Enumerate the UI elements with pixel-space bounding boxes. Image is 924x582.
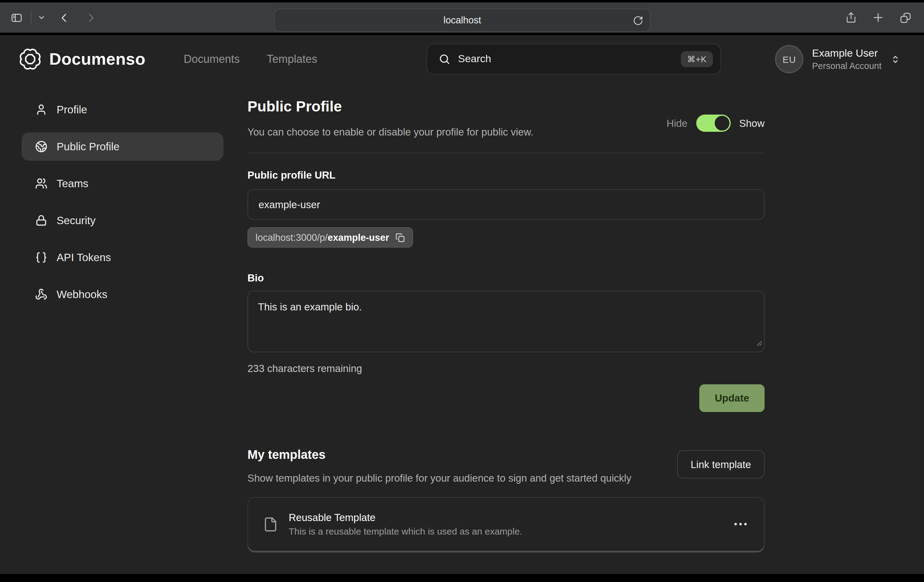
template-actions-menu[interactable]	[734, 523, 747, 525]
users-icon	[35, 177, 48, 190]
settings-content: Public Profile You can choose to enable …	[248, 83, 764, 551]
avatar: EU	[775, 45, 804, 73]
toolbar-separator	[31, 11, 31, 24]
profile-visibility-toggle-row: Hide Show	[667, 107, 764, 139]
new-tab-icon[interactable]	[872, 12, 884, 23]
sidebar-item-public-profile[interactable]: Public Profile	[21, 132, 223, 161]
browser-toolbar: localhost	[0, 2, 924, 33]
profile-visibility-toggle[interactable]	[696, 114, 730, 132]
nav-templates[interactable]: Templates	[267, 53, 317, 66]
screen-bottom-edge	[0, 574, 924, 582]
sidebar-item-label: Webhooks	[57, 288, 107, 301]
sidebar-item-label: Public Profile	[57, 140, 119, 153]
sidebar-item-webhooks[interactable]: Webhooks	[21, 280, 223, 309]
app-header: Documenso Documents Templates Search ⌘+K…	[0, 35, 924, 83]
template-title: Reusable Template	[289, 512, 734, 524]
profile-url-prefix: localhost:3000/p/	[256, 232, 327, 243]
webhook-icon	[35, 288, 48, 301]
characters-remaining: 233 characters remaining	[248, 361, 764, 376]
sidebar-item-label: Teams	[57, 177, 88, 190]
sidebar-item-label: API Tokens	[57, 251, 111, 264]
chevron-down-icon[interactable]	[38, 13, 46, 21]
back-icon[interactable]	[59, 12, 69, 24]
browser-chrome: localhost	[0, 0, 924, 35]
main-nav: Documents Templates	[184, 53, 317, 66]
globe-icon	[35, 141, 48, 153]
nav-documents[interactable]: Documents	[184, 53, 240, 66]
sidebar-item-teams[interactable]: Teams	[21, 169, 223, 198]
toggle-show-label: Show	[739, 117, 764, 129]
search-shortcut-badge: ⌘+K	[681, 51, 713, 67]
documenso-logo-icon	[20, 49, 41, 69]
sidebar-item-api-tokens[interactable]: API Tokens	[21, 243, 223, 271]
public-profile-url-input[interactable]: example-user	[248, 189, 764, 220]
user-icon	[35, 104, 48, 116]
public-profile-url-value: example-user	[259, 198, 320, 210]
app-window: Documenso Documents Templates Search ⌘+K…	[0, 35, 924, 574]
lock-icon	[35, 214, 48, 227]
brand-name: Documenso	[49, 50, 145, 69]
screen: localhost	[0, 0, 924, 582]
settings-layout: Profile Public Profile Teams	[0, 83, 924, 551]
account-type: Personal Account	[812, 61, 881, 71]
search-placeholder: Search	[458, 53, 681, 65]
account-names: Example User Personal Account	[812, 48, 881, 71]
public-profile-url-label: Public profile URL	[248, 168, 764, 182]
braces-icon	[35, 251, 48, 264]
brand[interactable]: Documenso	[20, 49, 145, 69]
account-name: Example User	[812, 48, 881, 60]
page-description: You can choose to enable or disable your…	[248, 124, 533, 139]
sidebar-toggle-icon[interactable]	[10, 12, 23, 24]
account-menu[interactable]: EU Example User Personal Account	[775, 45, 901, 73]
toggle-knob	[714, 116, 729, 131]
toggle-hide-label: Hide	[667, 117, 688, 129]
share-icon[interactable]	[845, 11, 857, 24]
bio-textarea[interactable]: This is an example bio.	[248, 291, 764, 352]
resize-handle[interactable]	[756, 336, 762, 350]
template-card[interactable]: Reusable Template This is a reusable tem…	[248, 497, 764, 551]
my-templates-description: Show templates in your public profile fo…	[248, 470, 631, 486]
address-bar-url: localhost	[444, 15, 481, 26]
file-icon	[263, 515, 278, 533]
profile-url-username: example-user	[327, 232, 389, 243]
search-icon	[438, 53, 450, 65]
forward-icon[interactable]	[86, 12, 96, 24]
update-button[interactable]: Update	[699, 384, 764, 412]
refresh-icon[interactable]	[633, 15, 643, 29]
sidebar-item-label: Security	[57, 214, 96, 227]
chevrons-up-down-icon	[890, 53, 901, 65]
search-bar[interactable]: Search ⌘+K	[427, 44, 721, 74]
page-title: Public Profile	[248, 97, 533, 116]
link-template-button[interactable]: Link template	[677, 450, 764, 478]
bio-label: Bio	[248, 271, 764, 284]
section-divider	[248, 153, 764, 153]
my-templates-title: My templates	[248, 446, 631, 463]
template-texts: Reusable Template This is a reusable tem…	[289, 512, 734, 536]
tab-overview-icon[interactable]	[899, 12, 912, 24]
template-description: This is a reusable template which is use…	[289, 526, 734, 536]
sidebar-item-security[interactable]: Security	[21, 206, 223, 235]
profile-url-preview[interactable]: localhost:3000/p/example-user	[248, 227, 413, 248]
settings-sidebar: Profile Public Profile Teams	[21, 83, 223, 551]
bio-value: This is an example bio.	[258, 301, 362, 312]
sidebar-item-profile[interactable]: Profile	[21, 96, 223, 124]
sidebar-item-label: Profile	[57, 103, 87, 116]
address-bar[interactable]: localhost	[274, 8, 651, 32]
copy-icon[interactable]	[395, 233, 405, 242]
